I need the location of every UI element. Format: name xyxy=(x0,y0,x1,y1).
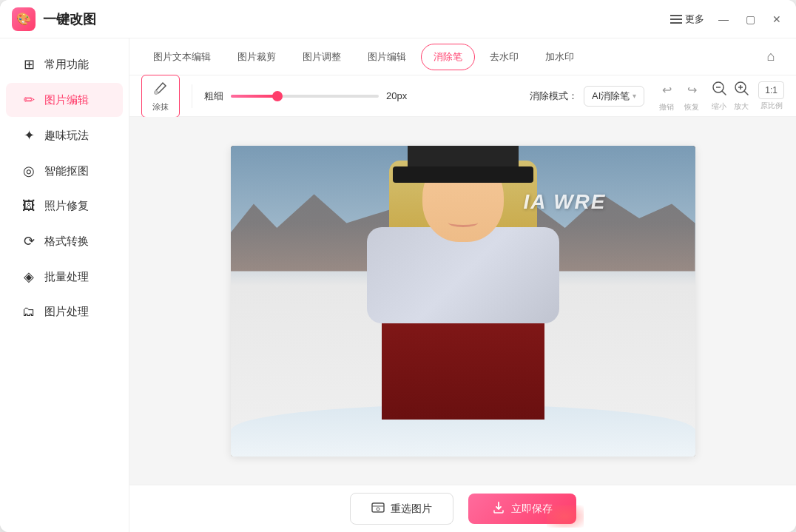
title-bar-right: 更多 ― ▢ ✕ xyxy=(670,12,784,27)
menu-button[interactable]: 更多 xyxy=(670,13,704,26)
sidebar-item-process[interactable]: 🗂 图片处理 xyxy=(6,295,123,329)
sidebar-label-image-edit: 图片编辑 xyxy=(44,93,89,107)
paint-tool-button[interactable]: 涂抹 xyxy=(141,75,180,118)
tab-edit[interactable]: 图片编辑 xyxy=(356,44,418,70)
slider-thumb[interactable] xyxy=(272,91,283,101)
image-container: IA WRE xyxy=(231,146,695,457)
minimize-button[interactable]: ― xyxy=(716,12,731,27)
reselect-label: 重选图片 xyxy=(391,502,432,516)
undo-redo-labels: 撤销 恢复 xyxy=(656,102,702,112)
app-icon: 🎨 xyxy=(12,7,36,31)
app-title: 一键改图 xyxy=(43,10,96,28)
undo-redo-group: ↩ ↪ 撤销 恢复 xyxy=(656,80,702,112)
zoom-in-button[interactable]: 放大 xyxy=(733,80,749,112)
tab-adjust[interactable]: 图片调整 xyxy=(291,44,353,70)
slider-fill xyxy=(231,95,275,98)
mode-chevron: ▾ xyxy=(633,92,636,100)
close-button[interactable]: ✕ xyxy=(769,12,784,27)
batch-icon: ◈ xyxy=(21,269,37,285)
svg-point-0 xyxy=(155,90,158,94)
toolbar: 涂抹 粗细 20px 消除模式： AI消除笔 xyxy=(129,75,796,117)
mode-select[interactable]: AI消除笔 ▾ xyxy=(584,86,644,107)
tab-erase[interactable]: 消除笔 xyxy=(421,44,475,70)
sidebar-label-batch: 批量处理 xyxy=(44,270,89,284)
sidebar-label-repair: 照片修复 xyxy=(44,199,89,213)
svg-line-7 xyxy=(744,91,748,95)
zoom-out-label: 缩小 xyxy=(712,101,726,112)
mode-value: AI消除笔 xyxy=(592,90,630,103)
redo-button[interactable]: ↪ xyxy=(681,80,702,101)
paint-tool-label: 涂抹 xyxy=(152,101,169,112)
zoom-out-button[interactable]: 缩小 xyxy=(711,80,727,112)
sidebar-label-format: 格式转换 xyxy=(44,235,89,249)
toolbar-actions: ↩ ↪ 撤销 恢复 xyxy=(656,80,784,112)
sidebar-item-image-edit[interactable]: ✏ 图片编辑 xyxy=(6,83,123,117)
sidebar-item-fun[interactable]: ✦ 趣味玩法 xyxy=(6,118,123,152)
fun-icon: ✦ xyxy=(21,127,37,144)
bottom-bar: 重选图片 立即保存 xyxy=(129,485,796,532)
tab-bar: 图片文本编辑 图片裁剪 图片调整 图片编辑 消除笔 去水印 加水印 ⌂ xyxy=(129,38,796,75)
mode-area: 消除模式： AI消除笔 ▾ xyxy=(530,86,644,107)
sidebar-label-cutout: 智能抠图 xyxy=(44,164,89,178)
ratio-group: 1:1 原比例 xyxy=(758,81,784,111)
repair-icon: 🖼 xyxy=(21,198,37,214)
slider-value: 20px xyxy=(386,90,416,101)
svg-point-10 xyxy=(377,508,380,511)
content-area: 图片文本编辑 图片裁剪 图片调整 图片编辑 消除笔 去水印 加水印 ⌂ xyxy=(129,38,796,532)
mode-label: 消除模式： xyxy=(530,90,578,103)
sidebar-item-repair[interactable]: 🖼 照片修复 xyxy=(6,189,123,223)
paint-icon xyxy=(152,80,169,100)
home-button[interactable]: ⌂ xyxy=(758,44,784,70)
tab-crop[interactable]: 图片裁剪 xyxy=(226,44,288,70)
sidebar-label-fun: 趣味玩法 xyxy=(44,129,89,143)
canvas-area: IA WRE xyxy=(129,117,796,485)
menu-icon xyxy=(670,15,682,24)
ratio-label: 原比例 xyxy=(760,101,783,111)
photo-display: IA WRE xyxy=(231,146,695,457)
sidebar-label-common: 常用功能 xyxy=(44,58,89,72)
sidebar-label-process: 图片处理 xyxy=(44,305,89,319)
watermark-text: IA WRE xyxy=(523,190,606,214)
title-bar: 🎨 一键改图 更多 ― ▢ ✕ xyxy=(0,0,796,38)
image-edit-icon: ✏ xyxy=(21,92,37,108)
sidebar-item-batch[interactable]: ◈ 批量处理 xyxy=(6,260,123,294)
reselect-icon xyxy=(371,501,385,516)
redo-label: 恢复 xyxy=(681,102,702,112)
save-icon xyxy=(492,501,505,516)
hat-brim xyxy=(393,166,533,183)
slider-label: 粗细 xyxy=(204,90,223,103)
toolbar-divider xyxy=(192,84,192,108)
maximize-button[interactable]: ▢ xyxy=(743,12,758,27)
ratio-button[interactable]: 1:1 xyxy=(758,81,784,99)
zoom-in-icon xyxy=(733,80,749,100)
process-icon: 🗂 xyxy=(21,304,37,320)
cutout-icon: ◎ xyxy=(21,163,37,179)
zoom-out-icon xyxy=(711,80,727,100)
save-button[interactable]: 立即保存 xyxy=(468,494,576,524)
slider-track[interactable] xyxy=(231,95,379,98)
common-icon: ⊞ xyxy=(21,56,37,73)
save-label: 立即保存 xyxy=(511,502,553,516)
reselect-button[interactable]: 重选图片 xyxy=(350,493,453,525)
zoom-buttons: 缩小 放大 xyxy=(711,80,749,112)
svg-line-3 xyxy=(722,91,726,95)
tab-watermark-add[interactable]: 加水印 xyxy=(533,44,586,70)
app-icon-symbol: 🎨 xyxy=(16,12,31,26)
undo-redo-buttons: ↩ ↪ xyxy=(656,80,702,101)
title-bar-left: 🎨 一键改图 xyxy=(12,7,670,31)
zoom-in-label: 放大 xyxy=(734,101,749,112)
slider-area: 粗细 20px xyxy=(204,90,518,103)
sidebar-item-format[interactable]: ⟳ 格式转换 xyxy=(6,224,123,258)
sidebar-item-common[interactable]: ⊞ 常用功能 xyxy=(6,47,123,81)
menu-label: 更多 xyxy=(685,13,704,26)
format-icon: ⟳ xyxy=(21,233,37,249)
tab-watermark-remove[interactable]: 去水印 xyxy=(478,44,530,70)
main-layout: ⊞ 常用功能 ✏ 图片编辑 ✦ 趣味玩法 ◎ 智能抠图 🖼 照片修复 ⟳ 格式转… xyxy=(0,38,796,532)
undo-button[interactable]: ↩ xyxy=(656,80,677,101)
undo-label: 撤销 xyxy=(656,102,677,112)
sidebar: ⊞ 常用功能 ✏ 图片编辑 ✦ 趣味玩法 ◎ 智能抠图 🖼 照片修复 ⟳ 格式转… xyxy=(0,38,129,532)
tab-text-edit[interactable]: 图片文本编辑 xyxy=(141,44,223,70)
app-window: 🎨 一键改图 更多 ― ▢ ✕ ⊞ 常用功能 ✏ 图片编辑 xyxy=(0,0,796,532)
sidebar-item-cutout[interactable]: ◎ 智能抠图 xyxy=(6,154,123,188)
